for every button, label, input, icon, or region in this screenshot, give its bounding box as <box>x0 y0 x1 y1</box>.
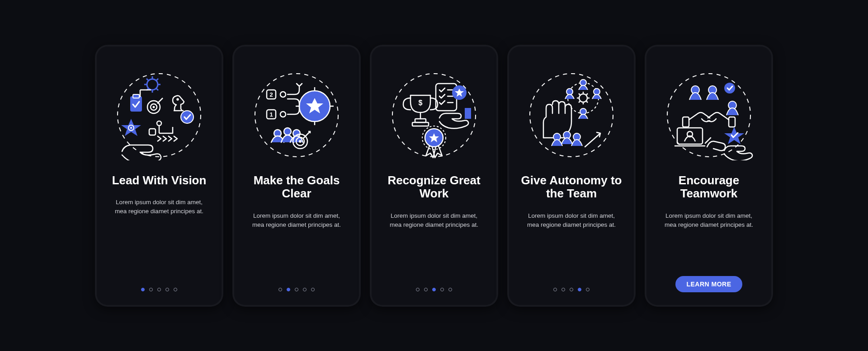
svg-line-68 <box>586 94 588 95</box>
svg-rect-81 <box>683 117 689 127</box>
dot-5[interactable] <box>586 288 590 291</box>
svg-line-65 <box>579 94 580 95</box>
svg-text:1: 1 <box>269 111 273 118</box>
svg-line-16 <box>157 98 163 103</box>
svg-line-67 <box>579 101 580 103</box>
svg-point-15 <box>153 106 155 108</box>
svg-point-43 <box>299 140 302 143</box>
svg-line-7 <box>156 89 158 90</box>
teamwork-icon <box>664 70 754 160</box>
screen-title: Give Autonomy to the Team <box>517 174 626 201</box>
svg-rect-46 <box>436 84 457 111</box>
dot-4[interactable] <box>165 288 169 291</box>
onboarding-screen-4[interactable]: Give Autonomy to the Team Lorem ipsum do… <box>507 45 636 307</box>
screen-body: Lorem ipsum dolor sit dim amet, mea regi… <box>384 211 484 229</box>
dot-2[interactable] <box>149 288 153 291</box>
svg-point-37 <box>280 92 286 97</box>
svg-rect-10 <box>130 96 142 112</box>
svg-point-72 <box>580 108 586 115</box>
dot-1[interactable] <box>416 288 420 291</box>
dot-4[interactable] <box>578 288 581 291</box>
learn-more-button[interactable]: LEARN MORE <box>675 276 742 292</box>
svg-point-80 <box>724 83 735 94</box>
dot-4[interactable] <box>440 288 444 291</box>
svg-point-20 <box>130 127 132 129</box>
svg-point-12 <box>177 98 179 100</box>
dot-3[interactable] <box>295 288 298 291</box>
dot-4[interactable] <box>303 288 307 291</box>
dot-3[interactable] <box>432 288 436 291</box>
svg-point-21 <box>157 121 161 126</box>
onboarding-screen-1[interactable]: Lead With Vision Lorem ipsum dolor sit d… <box>95 45 223 307</box>
svg-line-66 <box>586 101 588 103</box>
screen-body: Lorem ipsum dolor sit dim amet, mea regi… <box>109 198 209 215</box>
dot-3[interactable] <box>570 288 573 291</box>
svg-rect-11 <box>133 94 139 98</box>
screen-title: Recognize Great Work <box>380 174 488 201</box>
dot-1[interactable] <box>141 288 145 291</box>
onboarding-screen-3[interactable]: $ Recognize Great Work Lorem ipsum dolor… <box>370 45 498 307</box>
goals-icon: 1 2 <box>251 70 342 160</box>
svg-line-6 <box>146 79 148 80</box>
svg-text:$: $ <box>419 99 423 107</box>
screen-body: Lorem ipsum dolor sit dim amet, mea regi… <box>659 211 759 229</box>
svg-line-9 <box>156 79 158 80</box>
dot-3[interactable] <box>157 288 161 291</box>
onboarding-screen-5[interactable]: Encourage Teamwork Lorem ipsum dolor sit… <box>645 45 773 307</box>
pagination-dots <box>141 288 177 291</box>
screen-title: Lead With Vision <box>112 174 207 187</box>
pagination-dots <box>278 288 315 291</box>
svg-point-1 <box>147 79 158 90</box>
vision-icon <box>114 70 204 160</box>
pagination-dots <box>553 288 590 291</box>
svg-point-69 <box>580 80 586 86</box>
dot-2[interactable] <box>287 288 290 291</box>
svg-point-70 <box>594 89 600 95</box>
dot-1[interactable] <box>553 288 557 291</box>
dot-5[interactable] <box>174 288 177 291</box>
screen-title: Encourage Teamwork <box>655 174 763 201</box>
autonomy-icon <box>526 70 617 160</box>
accent-block <box>465 108 471 119</box>
svg-point-39 <box>284 128 291 135</box>
onboarding-screen-2[interactable]: 1 2 <box>232 45 361 307</box>
svg-text:2: 2 <box>269 91 273 98</box>
dot-1[interactable] <box>278 288 282 291</box>
svg-rect-82 <box>729 117 735 127</box>
dot-2[interactable] <box>561 288 565 291</box>
svg-rect-53 <box>412 122 429 126</box>
screen-body: Lorem ipsum dolor sit dim amet, mea regi… <box>247 211 346 229</box>
svg-point-71 <box>566 89 573 95</box>
screen-title: Make the Goals Clear <box>242 174 351 201</box>
dot-5[interactable] <box>311 288 315 291</box>
dot-5[interactable] <box>448 288 452 291</box>
recognize-icon: $ <box>389 70 479 160</box>
svg-rect-24 <box>149 129 156 135</box>
dot-2[interactable] <box>424 288 428 291</box>
screen-body: Lorem ipsum dolor sit dim amet, mea regi… <box>522 211 621 229</box>
svg-point-36 <box>280 112 286 117</box>
pagination-dots <box>416 288 452 291</box>
svg-point-60 <box>579 94 587 102</box>
